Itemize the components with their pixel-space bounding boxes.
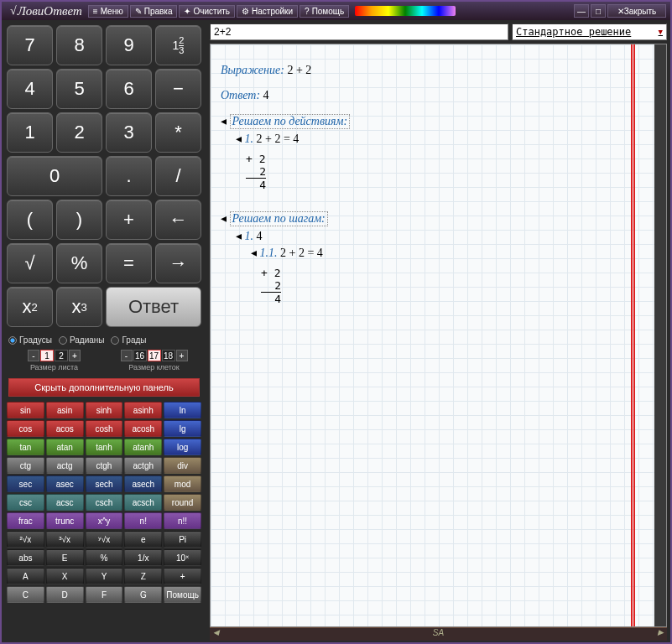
- radio-radians[interactable]: Радианы: [59, 335, 105, 345]
- cell-minus[interactable]: -: [121, 350, 133, 361]
- key-)[interactable]: ): [56, 200, 102, 240]
- radio-degrees[interactable]: Градусы: [8, 335, 52, 345]
- key-5[interactable]: 5: [56, 69, 102, 109]
- fn-actg[interactable]: actg: [46, 457, 84, 474]
- maximize-button[interactable]: □: [591, 4, 606, 18]
- key-x3[interactable]: x3: [56, 287, 102, 327]
- key-=[interactable]: =: [106, 243, 152, 283]
- fn-mod[interactable]: mod: [164, 475, 201, 492]
- sheet-plus[interactable]: +: [69, 350, 81, 361]
- fn-1/x[interactable]: 1/x: [124, 549, 162, 566]
- sheet-val-2[interactable]: 2: [55, 350, 68, 361]
- fn-Z[interactable]: Z: [124, 568, 162, 584]
- close-button[interactable]: ✕ Закрыть: [607, 4, 666, 18]
- fn-10ˣ[interactable]: 10ˣ: [164, 549, 201, 566]
- hide-panel-button[interactable]: Скрыть дополнительную панель: [8, 378, 200, 397]
- fn-atanh[interactable]: atanh: [124, 439, 162, 455]
- vertical-scrollbar[interactable]: [654, 44, 666, 626]
- fn-Y[interactable]: Y: [86, 568, 123, 584]
- edit-button[interactable]: ✎Правка: [130, 5, 178, 18]
- fn-atan[interactable]: atan: [46, 439, 84, 455]
- fn-log[interactable]: log: [164, 439, 201, 455]
- fn-sec[interactable]: sec: [7, 475, 44, 492]
- fn-F[interactable]: F: [86, 586, 123, 603]
- fn-E[interactable]: E: [46, 549, 84, 566]
- key-8[interactable]: 8: [56, 25, 102, 65]
- fn-acosh[interactable]: acosh: [124, 420, 162, 437]
- settings-button[interactable]: ⚙Настройки: [237, 5, 298, 18]
- fn-ctgh[interactable]: ctgh: [86, 457, 123, 474]
- fn-tanh[interactable]: tanh: [86, 439, 123, 455]
- key-*[interactable]: *: [155, 112, 201, 153]
- key-9[interactable]: 9: [106, 25, 152, 65]
- clear-button[interactable]: ✦Очистить: [179, 5, 235, 18]
- fn-acsc[interactable]: acsc: [46, 494, 84, 511]
- fn-D[interactable]: D: [46, 586, 84, 603]
- fn-acos[interactable]: acos: [46, 420, 84, 437]
- key-2[interactable]: 2: [56, 112, 102, 153]
- fn-div[interactable]: div: [164, 457, 201, 474]
- key-answer[interactable]: Ответ: [106, 287, 201, 327]
- key-+[interactable]: +: [106, 200, 152, 240]
- help-button[interactable]: ?Помощь: [300, 5, 349, 18]
- fn-acsch[interactable]: acsch: [124, 494, 162, 511]
- mode-dropdown[interactable]: Стандартное решение: [512, 23, 667, 40]
- key-.[interactable]: .: [106, 156, 152, 196]
- fn-csch[interactable]: csch: [86, 494, 123, 511]
- fn-ctg[interactable]: ctg: [7, 457, 44, 474]
- fn-%[interactable]: %: [86, 549, 123, 566]
- fn-cos[interactable]: cos: [7, 420, 44, 437]
- fn-²√x[interactable]: ²√x: [7, 531, 44, 548]
- sheet-val-1[interactable]: 1: [40, 350, 54, 361]
- key-1[interactable]: 1: [7, 112, 53, 153]
- fn-sech[interactable]: sech: [86, 475, 123, 492]
- cell-plus[interactable]: +: [176, 350, 188, 361]
- fn-asech[interactable]: asech: [124, 475, 162, 492]
- sheet-minus[interactable]: -: [28, 350, 39, 361]
- key-0[interactable]: 0: [7, 156, 102, 196]
- fn-A[interactable]: A: [7, 568, 44, 584]
- fn-actgh[interactable]: actgh: [124, 457, 162, 474]
- key-6[interactable]: 6: [106, 69, 152, 109]
- fn-n![interactable]: n!: [124, 512, 162, 529]
- fn-round[interactable]: round: [164, 494, 201, 511]
- key-x2[interactable]: x2: [7, 287, 53, 327]
- fn-cosh[interactable]: cosh: [86, 420, 123, 437]
- fn-x^y[interactable]: x^y: [86, 512, 123, 529]
- fn-frac[interactable]: frac: [7, 512, 44, 529]
- radio-grads[interactable]: Грады: [111, 335, 146, 345]
- fn-tan[interactable]: tan: [7, 439, 44, 455]
- key-7[interactable]: 7: [7, 25, 53, 65]
- fn-ln[interactable]: ln: [164, 402, 201, 418]
- cell-val-18[interactable]: 18: [162, 350, 175, 361]
- key-←[interactable]: ←: [155, 200, 201, 240]
- fn-abs[interactable]: abs: [7, 549, 44, 566]
- color-picker[interactable]: [355, 6, 456, 16]
- key-−[interactable]: −: [155, 69, 201, 109]
- cell-val-17[interactable]: 17: [148, 350, 161, 361]
- fn-asec[interactable]: asec: [46, 475, 84, 492]
- fn-asinh[interactable]: asinh: [124, 402, 162, 418]
- fn-sinh[interactable]: sinh: [86, 402, 123, 418]
- fn-ʸ√x[interactable]: ʸ√x: [86, 531, 123, 548]
- key-4[interactable]: 4: [7, 69, 53, 109]
- cell-val-16[interactable]: 16: [133, 350, 147, 361]
- fn-sin[interactable]: sin: [7, 402, 44, 418]
- key-√[interactable]: √: [7, 243, 53, 283]
- fn-e[interactable]: e: [124, 531, 162, 548]
- fn-lg[interactable]: lg: [164, 420, 201, 437]
- key-3[interactable]: 3: [106, 112, 152, 153]
- minimize-button[interactable]: —: [574, 4, 589, 18]
- key-→[interactable]: →: [155, 243, 201, 283]
- expression-input[interactable]: 2+2: [210, 23, 508, 40]
- key-1⅔[interactable]: 123: [155, 25, 201, 65]
- fn-G[interactable]: G: [124, 586, 162, 603]
- fn-Помощь[interactable]: Помощь: [164, 586, 201, 603]
- fn-n!![interactable]: n!!: [164, 512, 201, 529]
- fn-asin[interactable]: asin: [46, 402, 84, 418]
- fn-Pi[interactable]: Pi: [164, 531, 201, 548]
- fn-X[interactable]: X: [46, 568, 84, 584]
- fn-C[interactable]: C: [7, 586, 44, 603]
- fn-+[interactable]: +: [164, 568, 201, 584]
- key-([interactable]: (: [7, 200, 53, 240]
